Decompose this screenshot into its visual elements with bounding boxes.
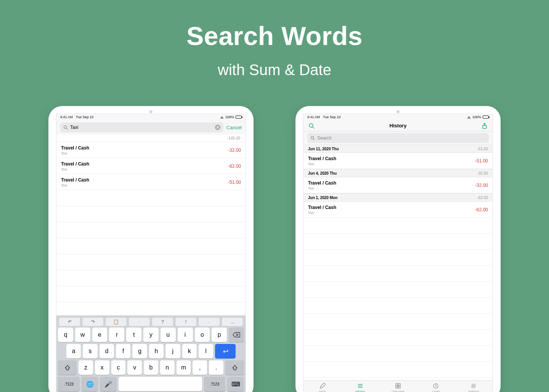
key-shift-right[interactable] (225, 360, 244, 375)
key-f[interactable]: f (116, 344, 130, 358)
key-j[interactable]: j (165, 344, 180, 358)
nav-share-button[interactable] (481, 122, 488, 129)
date-header: Jun 11, 2020 Thu -51.00 (303, 145, 493, 153)
svg-point-9 (311, 137, 314, 139)
key-o[interactable]: o (195, 328, 210, 342)
kb-dot[interactable]: · (128, 317, 150, 326)
list-item[interactable]: Travel / Cash Taxi -62.00 (56, 158, 246, 174)
entry-amount: -62.00 (228, 164, 241, 169)
entry-amount: -32.00 (475, 183, 488, 188)
search-sum-row: -145.00 (56, 135, 246, 142)
key-k[interactable]: k (182, 344, 197, 358)
status-time: 9:41 AM (60, 115, 73, 119)
kb-question[interactable]: ? (152, 317, 173, 326)
key-l[interactable]: l (199, 344, 213, 358)
key-t[interactable]: t (126, 328, 141, 342)
kb-exclaim[interactable]: ! (175, 317, 197, 326)
kb-redo[interactable]: ↷ (82, 317, 104, 326)
key-globe[interactable]: 🌐 (82, 377, 98, 391)
cancel-button[interactable]: Cancel (226, 125, 242, 130)
search-value: Taxi (70, 125, 213, 130)
share-icon (482, 123, 488, 129)
nav-bar: History (303, 120, 493, 132)
list-item[interactable]: Travel / Cash Taxi -32.00 (303, 177, 493, 193)
key-q[interactable]: q (58, 328, 73, 342)
pencil-icon (319, 383, 326, 389)
status-date: Tue Sep 10 (323, 115, 340, 119)
key-period[interactable]: . (209, 360, 223, 375)
ipad-right: 9:41 AM Tue Sep 10 100% History (295, 106, 501, 392)
key-i[interactable]: i (178, 328, 193, 342)
key-d[interactable]: d (100, 344, 114, 358)
battery-pct: 100% (225, 115, 234, 119)
key-c[interactable]: c (111, 360, 126, 375)
key-numbers-right[interactable]: .?123 (204, 377, 226, 391)
key-w[interactable]: w (75, 328, 90, 342)
tab-label: History (355, 390, 365, 392)
key-u[interactable]: u (161, 328, 176, 342)
key-n[interactable]: n (160, 360, 175, 375)
list-item[interactable]: Travel / Cash Taxi -32.00 (56, 142, 246, 158)
list-item[interactable]: Travel / Cash Taxi -51.00 (56, 174, 246, 190)
key-z[interactable]: z (79, 360, 93, 375)
clear-search-button[interactable] (215, 125, 220, 130)
empty-row (56, 302, 246, 315)
list-item[interactable]: Travel / Cash Taxi -51.00 (303, 153, 493, 169)
key-backspace[interactable] (229, 328, 244, 342)
key-numbers[interactable]: .?123 (58, 377, 80, 391)
tab-history[interactable]: History (341, 381, 379, 392)
tab-input[interactable]: Input (303, 381, 341, 392)
entry-sub: Taxi (61, 167, 89, 171)
svg-rect-17 (398, 386, 400, 388)
tab-settings[interactable]: Settings (455, 381, 493, 392)
tab-label: Overview (392, 390, 404, 392)
key-r[interactable]: r (109, 328, 124, 342)
key-p[interactable]: p (212, 328, 227, 342)
key-return[interactable] (215, 344, 236, 358)
key-comma[interactable]: , (193, 360, 207, 375)
key-e[interactable]: e (92, 328, 108, 342)
key-h[interactable]: h (149, 344, 164, 358)
key-m[interactable]: m (177, 360, 191, 375)
key-s[interactable]: s (83, 344, 97, 358)
kb-row-3: z x c v b n m , . (58, 360, 244, 375)
search-input[interactable]: Taxi (60, 122, 223, 132)
key-dismiss[interactable]: ⌨ (227, 377, 244, 391)
empty-row (303, 266, 493, 282)
entry-title: Travel / Cash (61, 145, 89, 151)
onscreen-keyboard[interactable]: ↶ ↷ 📋 · ? ! · … q w e r t y u i (56, 315, 246, 392)
kb-undo[interactable]: ↶ (59, 317, 80, 326)
empty-row (303, 362, 493, 378)
key-a[interactable]: a (66, 344, 81, 358)
ipad-left: 9:41 AM Tue Sep 10 100% Taxi Cance (48, 106, 254, 392)
kb-row-2: a s d f g h j k l (58, 344, 244, 358)
key-mic[interactable]: 🎤 (100, 377, 117, 391)
empty-row (56, 286, 246, 302)
battery-icon (483, 116, 489, 119)
tab-overview[interactable]: Overview (379, 381, 417, 392)
entry-title: Travel / Cash (308, 156, 336, 161)
key-x[interactable]: x (95, 360, 109, 375)
key-v[interactable]: v (127, 360, 142, 375)
kb-dot2[interactable]: · (198, 317, 220, 326)
key-b[interactable]: b (144, 360, 158, 375)
key-shift[interactable] (58, 360, 77, 375)
key-space[interactable] (119, 377, 202, 391)
status-bar: 9:41 AM Tue Sep 10 100% (303, 114, 493, 120)
kb-clipboard[interactable]: 📋 (105, 317, 127, 326)
list-icon (357, 383, 363, 389)
key-g[interactable]: g (132, 344, 147, 358)
entry-sub: Taxi (308, 186, 336, 190)
search-input[interactable]: Search (307, 133, 489, 143)
list-item[interactable]: Travel / Cash Taxi -62.00 (303, 202, 493, 218)
return-icon (222, 349, 229, 353)
key-y[interactable]: y (143, 328, 159, 342)
date-sum: -51.00 (477, 147, 488, 151)
tab-chart[interactable]: Chart (417, 381, 455, 392)
result-list[interactable]: Travel / Cash Taxi -32.00 Travel / Cash … (56, 142, 246, 315)
date-label: Jun 4, 2020 Thu (308, 171, 337, 175)
kb-ellipsis[interactable]: … (222, 317, 243, 326)
entry-title: Travel / Cash (61, 177, 89, 183)
history-list[interactable]: Jun 11, 2020 Thu -51.00 Travel / Cash Ta… (303, 145, 493, 380)
nav-search-button[interactable] (308, 122, 315, 129)
